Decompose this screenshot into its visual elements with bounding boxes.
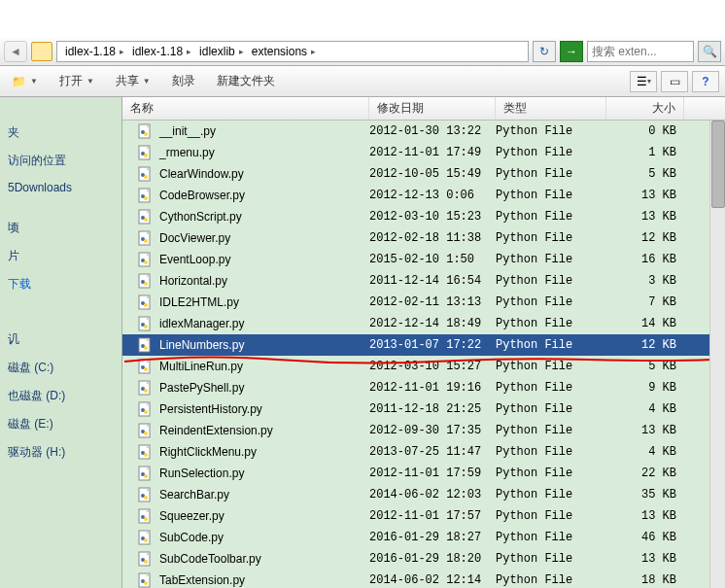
breadcrumb-item[interactable]: idlex-1.18▸: [61, 45, 128, 58]
breadcrumb-item[interactable]: extensions▸: [248, 45, 320, 58]
file-row[interactable]: IDLE2HTML.py2012-02-11 13:13Python File7…: [122, 292, 725, 313]
sidebar-item[interactable]: 顷: [4, 214, 118, 242]
file-type: Python File: [496, 467, 606, 480]
burn-button[interactable]: 刻录: [166, 69, 201, 93]
nav-back-button[interactable]: ◄: [4, 41, 27, 62]
sidebar-item[interactable]: 也磁盘 (D:): [4, 382, 118, 410]
file-row[interactable]: ClearWindow.py2012-10-05 15:49Python Fil…: [122, 163, 725, 185]
file-row[interactable]: LineNumbers.py2013-01-07 17:22Python Fil…: [122, 334, 725, 356]
breadcrumb-label: idlex-1.18: [132, 45, 183, 58]
file-row[interactable]: PastePyShell.py2012-11-01 19:16Python Fi…: [122, 377, 725, 398]
sidebar-item[interactable]: 5Downloads: [4, 175, 118, 200]
refresh-button[interactable]: ↻: [533, 41, 556, 62]
breadcrumb-bar[interactable]: idlex-1.18▸idlex-1.18▸idlexlib▸extension…: [56, 41, 529, 62]
file-date: 2016-01-29 18:27: [369, 531, 496, 544]
file-type: Python File: [496, 274, 606, 288]
file-row[interactable]: RunSelection.py2012-11-01 17:59Python Fi…: [122, 463, 725, 484]
file-row[interactable]: _rmenu.py2012-11-01 17:49Python File1 KB: [122, 142, 725, 163]
sidebar-item[interactable]: 磁盘 (E:): [4, 410, 118, 438]
file-row[interactable]: CythonScript.py2012-03-10 15:23Python Fi…: [122, 206, 725, 227]
view-button[interactable]: ☰▾: [630, 71, 657, 92]
file-row[interactable]: RightClickMenu.py2013-07-25 11:47Python …: [122, 441, 725, 463]
file-row[interactable]: idlexManager.py2012-12-14 18:49Python Fi…: [122, 313, 725, 334]
search-box[interactable]: [587, 41, 694, 62]
refresh-icon: ↻: [539, 45, 549, 58]
sidebar-item[interactable]: 下载: [4, 270, 118, 298]
file-list[interactable]: __init__.py2012-01-30 13:22Python File0 …: [122, 121, 725, 588]
svg-point-26: [144, 303, 148, 307]
file-row[interactable]: MultiLineRun.py2012-03-10 15:27Python Fi…: [122, 356, 725, 377]
column-header-size[interactable]: 大小: [606, 97, 684, 120]
organize-icon: 📁: [12, 75, 26, 88]
column-header-name[interactable]: 名称: [122, 97, 369, 120]
new-folder-button[interactable]: 新建文件夹: [211, 69, 281, 93]
file-date: 2014-06-02 12:03: [369, 488, 496, 502]
file-name: DocViewer.py: [159, 231, 230, 245]
sidebar-item[interactable]: 驱动器 (H:): [4, 438, 118, 467]
sidebar-item[interactable]: 讥: [4, 326, 118, 354]
file-type: Python File: [496, 210, 606, 224]
file-date: 2012-11-01 17:59: [369, 467, 496, 480]
column-header-type[interactable]: 类型: [496, 97, 606, 120]
svg-point-65: [144, 581, 148, 585]
file-row[interactable]: Squeezer.py2012-11-01 17:57Python File13…: [122, 505, 725, 527]
file-date: 2012-11-01 17:49: [369, 146, 496, 159]
python-file-icon: [138, 273, 154, 289]
organize-button[interactable]: 📁▼: [6, 71, 44, 92]
search-button[interactable]: 🔍: [698, 41, 721, 62]
file-date: 2011-12-18 21:25: [369, 402, 496, 416]
file-row[interactable]: CodeBrowser.py2012-12-13 0:06Python File…: [122, 185, 725, 206]
file-type: Python File: [496, 402, 606, 416]
file-row[interactable]: SearchBar.py2014-06-02 12:03Python File3…: [122, 484, 725, 505]
preview-pane-button[interactable]: ▭: [661, 71, 688, 92]
help-button[interactable]: ?: [692, 71, 719, 92]
file-type: Python File: [496, 573, 606, 587]
svg-point-53: [144, 496, 148, 500]
scroll-thumb[interactable]: [711, 121, 725, 208]
share-label: 共享: [116, 73, 139, 89]
sidebar-item[interactable]: 访问的位置: [4, 147, 118, 175]
column-header-date[interactable]: 修改日期: [369, 97, 496, 120]
file-row[interactable]: SubCode.py2016-01-29 18:27Python File46 …: [122, 527, 725, 548]
sidebar-item[interactable]: 磁盘 (C:): [4, 354, 118, 382]
file-row[interactable]: TabExtension.py2014-06-02 12:14Python Fi…: [122, 570, 725, 588]
vertical-scrollbar[interactable]: [709, 121, 725, 588]
chevron-down-icon: ▼: [143, 77, 151, 86]
sidebar-item[interactable]: 夹: [4, 119, 118, 147]
file-name: LineNumbers.py: [159, 338, 244, 352]
breadcrumb-item[interactable]: idlexlib▸: [195, 45, 248, 58]
chevron-right-icon: ▸: [239, 47, 244, 56]
python-file-icon: [138, 188, 154, 203]
file-name: CodeBrowser.py: [159, 189, 245, 202]
svg-point-29: [144, 325, 148, 329]
file-row[interactable]: DocViewer.py2012-02-18 11:38Python File1…: [122, 227, 725, 249]
svg-point-59: [144, 538, 148, 542]
svg-point-14: [144, 218, 148, 222]
file-row[interactable]: PersistentHistory.py2011-12-18 21:25Pyth…: [122, 398, 725, 420]
file-size: 13 KB: [606, 509, 684, 523]
file-size: 1 KB: [606, 146, 684, 159]
svg-point-8: [144, 175, 148, 179]
file-size: 5 KB: [606, 167, 684, 181]
file-name: idlexManager.py: [159, 317, 244, 330]
folder-icon[interactable]: [31, 42, 52, 61]
address-bar: ◄ idlex-1.18▸idlex-1.18▸idlexlib▸extensi…: [0, 37, 725, 66]
file-row[interactable]: EventLoop.py2015-02-10 1:50Python File16…: [122, 249, 725, 270]
search-input[interactable]: [592, 45, 689, 58]
chevron-down-icon: ▾: [647, 77, 651, 86]
file-row[interactable]: __init__.py2012-01-30 13:22Python File0 …: [122, 121, 725, 142]
file-date: 2013-01-07 17:22: [369, 338, 496, 352]
file-row[interactable]: Horizontal.py2011-12-14 16:54Python File…: [122, 270, 725, 292]
sidebar-item[interactable]: 片: [4, 242, 118, 270]
open-button[interactable]: 打开▼: [53, 69, 100, 93]
go-button[interactable]: →: [560, 41, 583, 62]
file-date: 2012-02-18 11:38: [369, 231, 496, 245]
file-date: 2013-07-25 11:47: [369, 445, 496, 459]
share-button[interactable]: 共享▼: [110, 69, 156, 93]
svg-point-32: [144, 346, 148, 350]
breadcrumb-item[interactable]: idlex-1.18▸: [128, 45, 195, 58]
file-row[interactable]: SubCodeToolbar.py2016-01-29 18:20Python …: [122, 548, 725, 570]
python-file-icon: [138, 166, 154, 182]
file-row[interactable]: ReindentExtension.py2012-09-30 17:35Pyth…: [122, 420, 725, 441]
python-file-icon: [138, 145, 154, 160]
